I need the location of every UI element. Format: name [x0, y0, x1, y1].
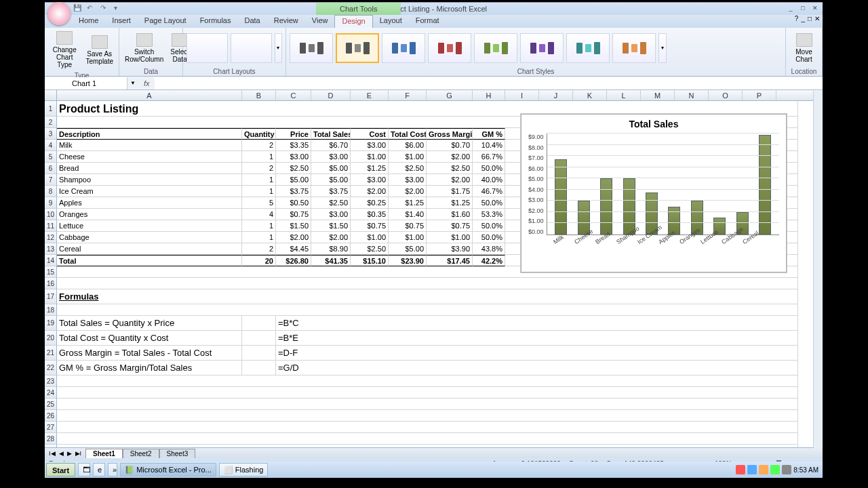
sheet-tab-sheet1[interactable]: Sheet1: [85, 449, 123, 458]
cell[interactable]: 1: [242, 220, 276, 232]
chart-layouts-more[interactable]: ▾: [275, 33, 282, 63]
cell[interactable]: $3.00: [389, 174, 427, 186]
cell[interactable]: Total Sales = Quantity x Price: [57, 316, 242, 331]
cell[interactable]: $2.00: [427, 151, 473, 163]
tray-icon-3[interactable]: [759, 465, 768, 474]
chart-bar-bread[interactable]: [600, 178, 612, 235]
cell[interactable]: GM %: [473, 128, 505, 140]
cell[interactable]: $2.00: [427, 174, 473, 186]
name-box[interactable]: Chart 1: [45, 77, 127, 89]
vertical-scrollbar[interactable]: [813, 91, 823, 448]
column-header-H[interactable]: H: [473, 90, 505, 100]
cell[interactable]: $2.00: [276, 232, 311, 243]
sheet-tab-sheet3[interactable]: Sheet3: [159, 449, 196, 458]
chart-style-2[interactable]: [336, 33, 379, 63]
cell[interactable]: $3.75: [311, 186, 351, 197]
taskbar-ie-icon[interactable]: e: [93, 463, 105, 476]
cell[interactable]: 53.3%: [473, 209, 505, 220]
redo-icon[interactable]: ↷: [100, 4, 110, 14]
cell[interactable]: Total Sales: [311, 128, 351, 140]
cell[interactable]: $5.00: [311, 163, 351, 174]
row-header-9[interactable]: 9: [45, 197, 57, 209]
cell[interactable]: [242, 331, 276, 346]
cell[interactable]: $0.75: [276, 209, 311, 220]
cell[interactable]: $1.40: [389, 209, 427, 220]
cell[interactable]: $1.50: [276, 220, 311, 232]
cell[interactable]: [242, 316, 276, 331]
cell[interactable]: [57, 433, 798, 445]
maximize-button[interactable]: □: [798, 5, 808, 13]
cell[interactable]: $1.25: [427, 197, 473, 209]
tab-review[interactable]: Review: [267, 15, 305, 28]
cell[interactable]: Total Cost: [389, 128, 427, 140]
doc-restore-button[interactable]: □: [808, 15, 812, 22]
name-box-dropdown-icon[interactable]: ▼: [127, 80, 138, 86]
cell[interactable]: [57, 422, 798, 433]
cell[interactable]: $0.75: [389, 220, 427, 232]
row-header-17[interactable]: 17: [45, 289, 57, 304]
cell[interactable]: =D-F: [276, 346, 798, 361]
cell[interactable]: [57, 410, 798, 422]
cell[interactable]: $2.00: [351, 186, 389, 197]
cell[interactable]: $6.70: [311, 140, 351, 151]
select-all-corner[interactable]: [45, 90, 57, 100]
row-header-11[interactable]: 11: [45, 220, 57, 232]
cell[interactable]: $1.00: [351, 151, 389, 163]
chart-style-8[interactable]: [612, 33, 656, 63]
cell[interactable]: $0.70: [427, 140, 473, 151]
row-header-20[interactable]: 20: [45, 331, 57, 346]
column-header-G[interactable]: G: [427, 90, 473, 100]
cell[interactable]: 20: [242, 255, 276, 266]
chart-plot-area[interactable]: [547, 134, 779, 235]
tab-data[interactable]: Data: [237, 15, 267, 28]
row-header-21[interactable]: 21: [45, 346, 57, 361]
column-header-D[interactable]: D: [311, 90, 351, 100]
chart-bar-cereal[interactable]: [759, 135, 771, 235]
cell[interactable]: 50.0%: [473, 197, 505, 209]
cell[interactable]: $6.00: [389, 140, 427, 151]
row-header-27[interactable]: 27: [45, 422, 57, 433]
chart-styles-more[interactable]: ▾: [658, 33, 667, 63]
cell[interactable]: [242, 346, 276, 361]
chart-style-6[interactable]: [520, 33, 564, 63]
tray-icon-5[interactable]: [782, 465, 791, 474]
cell[interactable]: 50.0%: [473, 220, 505, 232]
row-header-26[interactable]: 26: [45, 410, 57, 422]
row-header-8[interactable]: 8: [45, 186, 57, 197]
column-header-A[interactable]: A: [57, 90, 242, 100]
cell[interactable]: [57, 387, 798, 399]
tab-design[interactable]: Design: [334, 15, 372, 28]
cell[interactable]: 43.8%: [473, 243, 505, 255]
cell[interactable]: $2.50: [276, 163, 311, 174]
help-icon[interactable]: ?: [795, 15, 799, 22]
cell[interactable]: Cheese: [57, 151, 242, 163]
column-header-J[interactable]: J: [539, 90, 573, 100]
taskbar-item-flashing[interactable]: ⬜ Flashing: [219, 463, 269, 476]
qat-menu-icon[interactable]: ▾: [114, 4, 123, 14]
cell[interactable]: [57, 304, 798, 316]
row-header-18[interactable]: 18: [45, 304, 57, 316]
cell[interactable]: 5: [242, 197, 276, 209]
tray-clock[interactable]: 8:53 AM: [793, 466, 818, 474]
cell[interactable]: 10.4%: [473, 140, 505, 151]
cell[interactable]: 66.7%: [473, 151, 505, 163]
column-header-K[interactable]: K: [573, 90, 607, 100]
cell[interactable]: Bread: [57, 163, 242, 174]
cell[interactable]: 2: [242, 243, 276, 255]
cell[interactable]: $23.90: [389, 255, 427, 266]
cell[interactable]: Description: [57, 128, 242, 140]
chart-style-5[interactable]: [474, 33, 517, 63]
cell[interactable]: $3.00: [276, 151, 311, 163]
cell[interactable]: Shampoo: [57, 174, 242, 186]
tab-page-layout[interactable]: Page Layout: [138, 15, 193, 28]
chart-title[interactable]: Total Sales: [521, 115, 786, 134]
chart-style-7[interactable]: [566, 33, 610, 63]
cell[interactable]: Apples: [57, 197, 242, 209]
cell[interactable]: $1.60: [427, 209, 473, 220]
cell[interactable]: =G/D: [276, 361, 798, 375]
undo-icon[interactable]: ↶: [87, 4, 96, 14]
cell[interactable]: 4: [242, 209, 276, 220]
row-header-3[interactable]: 3: [45, 128, 57, 140]
cell[interactable]: $1.00: [427, 232, 473, 243]
cell[interactable]: Total: [57, 255, 242, 266]
